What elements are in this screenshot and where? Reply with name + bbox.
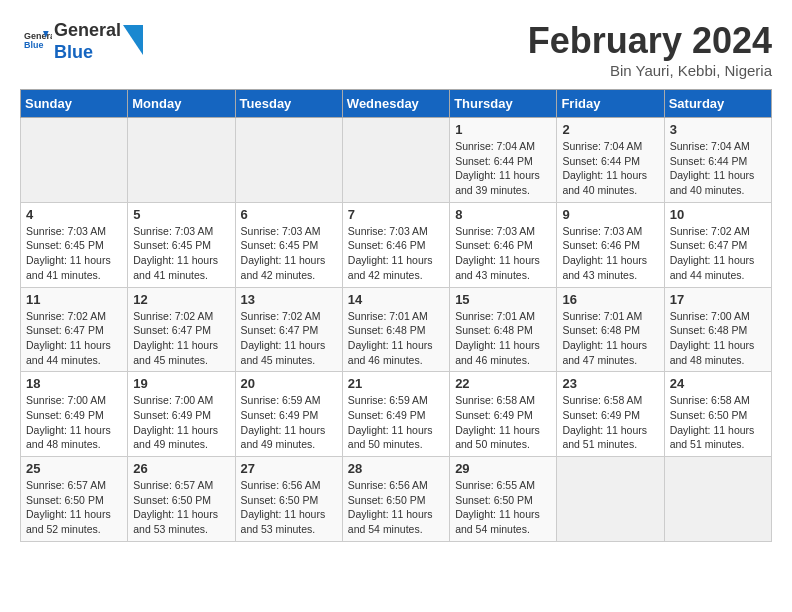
calendar-cell: 21Sunrise: 6:59 AMSunset: 6:49 PMDayligh…: [342, 372, 449, 457]
calendar-cell: [21, 118, 128, 203]
week-row-2: 4Sunrise: 7:03 AMSunset: 6:45 PMDaylight…: [21, 202, 772, 287]
day-info: Sunrise: 7:00 AMSunset: 6:48 PMDaylight:…: [670, 309, 766, 368]
calendar-cell: [128, 118, 235, 203]
day-info: Sunrise: 7:02 AMSunset: 6:47 PMDaylight:…: [133, 309, 229, 368]
calendar-cell: 26Sunrise: 6:57 AMSunset: 6:50 PMDayligh…: [128, 457, 235, 542]
day-number: 12: [133, 292, 229, 307]
calendar-cell: 20Sunrise: 6:59 AMSunset: 6:49 PMDayligh…: [235, 372, 342, 457]
day-info: Sunrise: 7:03 AMSunset: 6:45 PMDaylight:…: [133, 224, 229, 283]
day-info: Sunrise: 7:03 AMSunset: 6:46 PMDaylight:…: [348, 224, 444, 283]
day-number: 16: [562, 292, 658, 307]
weekday-header-tuesday: Tuesday: [235, 90, 342, 118]
weekday-header-wednesday: Wednesday: [342, 90, 449, 118]
calendar-cell: 13Sunrise: 7:02 AMSunset: 6:47 PMDayligh…: [235, 287, 342, 372]
day-info: Sunrise: 6:57 AMSunset: 6:50 PMDaylight:…: [133, 478, 229, 537]
day-info: Sunrise: 7:04 AMSunset: 6:44 PMDaylight:…: [455, 139, 551, 198]
calendar-cell: [557, 457, 664, 542]
day-number: 23: [562, 376, 658, 391]
logo: General Blue General Blue: [20, 20, 143, 63]
day-number: 20: [241, 376, 337, 391]
day-info: Sunrise: 6:59 AMSunset: 6:49 PMDaylight:…: [241, 393, 337, 452]
day-info: Sunrise: 7:00 AMSunset: 6:49 PMDaylight:…: [133, 393, 229, 452]
day-info: Sunrise: 6:55 AMSunset: 6:50 PMDaylight:…: [455, 478, 551, 537]
calendar-cell: [235, 118, 342, 203]
day-number: 26: [133, 461, 229, 476]
calendar-cell: 17Sunrise: 7:00 AMSunset: 6:48 PMDayligh…: [664, 287, 771, 372]
day-number: 2: [562, 122, 658, 137]
day-number: 3: [670, 122, 766, 137]
day-info: Sunrise: 6:58 AMSunset: 6:50 PMDaylight:…: [670, 393, 766, 452]
day-number: 17: [670, 292, 766, 307]
day-number: 24: [670, 376, 766, 391]
day-number: 18: [26, 376, 122, 391]
page-header: General Blue General Blue February 2024 …: [20, 20, 772, 79]
week-row-4: 18Sunrise: 7:00 AMSunset: 6:49 PMDayligh…: [21, 372, 772, 457]
location: Bin Yauri, Kebbi, Nigeria: [528, 62, 772, 79]
logo-general: General: [54, 20, 121, 42]
calendar-table: SundayMondayTuesdayWednesdayThursdayFrid…: [20, 89, 772, 542]
day-number: 9: [562, 207, 658, 222]
weekday-header-sunday: Sunday: [21, 90, 128, 118]
calendar-cell: 8Sunrise: 7:03 AMSunset: 6:46 PMDaylight…: [450, 202, 557, 287]
day-number: 13: [241, 292, 337, 307]
day-info: Sunrise: 7:02 AMSunset: 6:47 PMDaylight:…: [670, 224, 766, 283]
calendar-cell: 18Sunrise: 7:00 AMSunset: 6:49 PMDayligh…: [21, 372, 128, 457]
day-info: Sunrise: 7:00 AMSunset: 6:49 PMDaylight:…: [26, 393, 122, 452]
weekday-header-row: SundayMondayTuesdayWednesdayThursdayFrid…: [21, 90, 772, 118]
day-number: 28: [348, 461, 444, 476]
calendar-cell: [342, 118, 449, 203]
day-info: Sunrise: 7:02 AMSunset: 6:47 PMDaylight:…: [241, 309, 337, 368]
day-info: Sunrise: 6:58 AMSunset: 6:49 PMDaylight:…: [562, 393, 658, 452]
calendar-cell: 12Sunrise: 7:02 AMSunset: 6:47 PMDayligh…: [128, 287, 235, 372]
day-info: Sunrise: 6:59 AMSunset: 6:49 PMDaylight:…: [348, 393, 444, 452]
week-row-1: 1Sunrise: 7:04 AMSunset: 6:44 PMDaylight…: [21, 118, 772, 203]
calendar-cell: 6Sunrise: 7:03 AMSunset: 6:45 PMDaylight…: [235, 202, 342, 287]
calendar-cell: 4Sunrise: 7:03 AMSunset: 6:45 PMDaylight…: [21, 202, 128, 287]
day-info: Sunrise: 6:57 AMSunset: 6:50 PMDaylight:…: [26, 478, 122, 537]
day-number: 29: [455, 461, 551, 476]
calendar-cell: 10Sunrise: 7:02 AMSunset: 6:47 PMDayligh…: [664, 202, 771, 287]
day-number: 14: [348, 292, 444, 307]
day-info: Sunrise: 7:02 AMSunset: 6:47 PMDaylight:…: [26, 309, 122, 368]
week-row-3: 11Sunrise: 7:02 AMSunset: 6:47 PMDayligh…: [21, 287, 772, 372]
calendar-cell: 11Sunrise: 7:02 AMSunset: 6:47 PMDayligh…: [21, 287, 128, 372]
day-number: 5: [133, 207, 229, 222]
calendar-cell: 22Sunrise: 6:58 AMSunset: 6:49 PMDayligh…: [450, 372, 557, 457]
calendar-cell: 1Sunrise: 7:04 AMSunset: 6:44 PMDaylight…: [450, 118, 557, 203]
day-info: Sunrise: 7:01 AMSunset: 6:48 PMDaylight:…: [562, 309, 658, 368]
calendar-cell: 23Sunrise: 6:58 AMSunset: 6:49 PMDayligh…: [557, 372, 664, 457]
week-row-5: 25Sunrise: 6:57 AMSunset: 6:50 PMDayligh…: [21, 457, 772, 542]
calendar-cell: 25Sunrise: 6:57 AMSunset: 6:50 PMDayligh…: [21, 457, 128, 542]
day-number: 19: [133, 376, 229, 391]
day-number: 7: [348, 207, 444, 222]
calendar-cell: 29Sunrise: 6:55 AMSunset: 6:50 PMDayligh…: [450, 457, 557, 542]
logo-blue: Blue: [54, 42, 121, 64]
calendar-cell: 16Sunrise: 7:01 AMSunset: 6:48 PMDayligh…: [557, 287, 664, 372]
calendar-cell: 3Sunrise: 7:04 AMSunset: 6:44 PMDaylight…: [664, 118, 771, 203]
month-title: February 2024: [528, 20, 772, 62]
weekday-header-monday: Monday: [128, 90, 235, 118]
day-number: 6: [241, 207, 337, 222]
title-block: February 2024 Bin Yauri, Kebbi, Nigeria: [528, 20, 772, 79]
day-info: Sunrise: 6:56 AMSunset: 6:50 PMDaylight:…: [241, 478, 337, 537]
day-info: Sunrise: 6:58 AMSunset: 6:49 PMDaylight:…: [455, 393, 551, 452]
day-number: 1: [455, 122, 551, 137]
day-number: 4: [26, 207, 122, 222]
day-info: Sunrise: 7:01 AMSunset: 6:48 PMDaylight:…: [348, 309, 444, 368]
day-info: Sunrise: 7:04 AMSunset: 6:44 PMDaylight:…: [562, 139, 658, 198]
day-info: Sunrise: 7:04 AMSunset: 6:44 PMDaylight:…: [670, 139, 766, 198]
day-info: Sunrise: 7:03 AMSunset: 6:46 PMDaylight:…: [562, 224, 658, 283]
day-number: 10: [670, 207, 766, 222]
day-number: 15: [455, 292, 551, 307]
calendar-cell: 9Sunrise: 7:03 AMSunset: 6:46 PMDaylight…: [557, 202, 664, 287]
calendar-cell: 5Sunrise: 7:03 AMSunset: 6:45 PMDaylight…: [128, 202, 235, 287]
day-number: 25: [26, 461, 122, 476]
calendar-cell: 24Sunrise: 6:58 AMSunset: 6:50 PMDayligh…: [664, 372, 771, 457]
day-number: 11: [26, 292, 122, 307]
calendar-cell: 27Sunrise: 6:56 AMSunset: 6:50 PMDayligh…: [235, 457, 342, 542]
day-number: 27: [241, 461, 337, 476]
day-info: Sunrise: 7:03 AMSunset: 6:45 PMDaylight:…: [26, 224, 122, 283]
day-info: Sunrise: 7:01 AMSunset: 6:48 PMDaylight:…: [455, 309, 551, 368]
calendar-cell: 15Sunrise: 7:01 AMSunset: 6:48 PMDayligh…: [450, 287, 557, 372]
day-number: 22: [455, 376, 551, 391]
